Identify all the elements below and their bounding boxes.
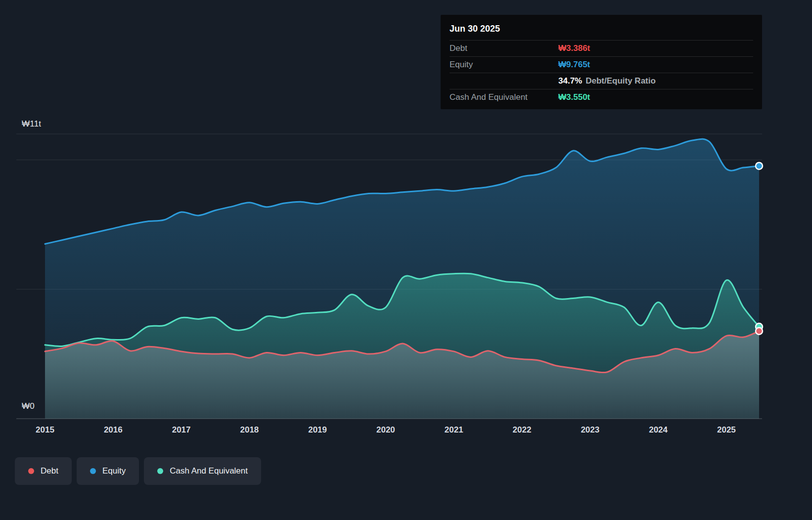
x-axis-tick-2024: 2024 <box>649 425 668 435</box>
tooltip-row-ratio: 34.7% Debt/Equity Ratio <box>450 73 753 89</box>
legend-item-cash[interactable]: Cash And Equivalent <box>144 457 261 485</box>
tooltip-debt-value: ₩3.386t <box>558 43 590 53</box>
tooltip-equity-label: Equity <box>450 60 558 70</box>
tooltip-ratio-value: 34.7% <box>558 76 582 86</box>
x-axis-tick-2017: 2017 <box>172 425 191 435</box>
x-axis-tick-2022: 2022 <box>513 425 532 435</box>
x-axis-tick-2025: 2025 <box>717 425 736 435</box>
legend-cash-label: Cash And Equivalent <box>170 466 248 476</box>
legend-equity-label: Equity <box>102 466 126 476</box>
x-axis-tick-2019: 2019 <box>308 425 327 435</box>
tooltip-cash-value: ₩3.550t <box>558 92 590 102</box>
y-axis-label-max: ₩11t <box>22 119 41 129</box>
x-axis-tick-2018: 2018 <box>240 425 259 435</box>
x-axis-tick-2023: 2023 <box>581 425 599 435</box>
chart-tooltip: Jun 30 2025 Debt ₩3.386t Equity ₩9.765t … <box>441 15 762 109</box>
x-axis-tick-2015: 2015 <box>36 425 54 435</box>
tooltip-row-equity: Equity ₩9.765t <box>450 56 753 73</box>
x-axis-tick-2021: 2021 <box>445 425 463 435</box>
tooltip-cash-label: Cash And Equivalent <box>450 92 558 102</box>
tooltip-ratio-label: Debt/Equity Ratio <box>586 76 656 86</box>
debt-endpoint-marker <box>756 328 763 335</box>
tooltip-equity-value: ₩9.765t <box>558 60 590 70</box>
y-axis-label-zero: ₩0 <box>22 401 35 411</box>
chart-legend: Debt Equity Cash And Equivalent <box>15 457 261 485</box>
debt-legend-dot-icon <box>28 468 34 474</box>
tooltip-row-cash: Cash And Equivalent ₩3.550t <box>450 89 753 105</box>
legend-debt-label: Debt <box>41 466 58 476</box>
equity-endpoint-marker <box>756 163 763 170</box>
tooltip-row-debt: Debt ₩3.386t <box>450 40 753 56</box>
tooltip-debt-label: Debt <box>450 43 558 53</box>
cash-legend-dot-icon <box>157 468 163 474</box>
legend-item-equity[interactable]: Equity <box>77 457 139 485</box>
x-axis-tick-2016: 2016 <box>104 425 123 435</box>
tooltip-date: Jun 30 2025 <box>450 20 753 40</box>
equity-legend-dot-icon <box>90 468 96 474</box>
legend-item-debt[interactable]: Debt <box>15 457 72 485</box>
x-axis-tick-2020: 2020 <box>376 425 395 435</box>
